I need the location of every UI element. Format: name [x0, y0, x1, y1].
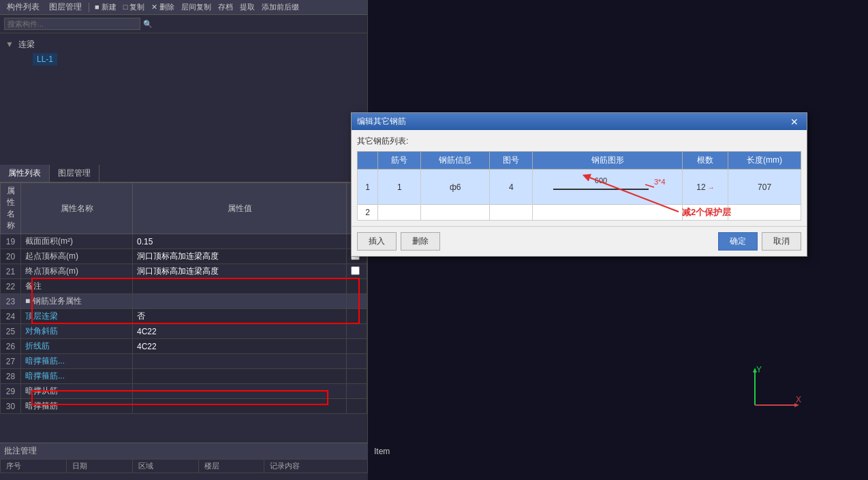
prop-row-attach [347, 294, 367, 309]
btn-floor-copy[interactable]: 层间复制 [179, 1, 214, 13]
batch-col-date: 日期 [66, 460, 132, 473]
btn-add-prefix[interactable]: 添加前后缀 [259, 1, 302, 13]
prop-attach-checkbox[interactable] [351, 266, 360, 275]
search-input[interactable] [4, 18, 140, 30]
batch-col-content: 记录内容 [264, 460, 368, 473]
prop-row-value: 4C22 [133, 339, 347, 354]
dialog-body: 其它钢筋列表: 筋号 钢筋信息 图号 钢筋图形 根数 长度(mm) 11ф646 [352, 130, 807, 226]
btn-new[interactable]: ■ 新建 [92, 1, 119, 13]
prop-row-name: 暗撑箍筋... [21, 369, 133, 384]
prop-row-num: 19 [1, 234, 21, 249]
prop-row-num: 22 [1, 279, 21, 294]
btn-save[interactable]: 存档 [215, 1, 236, 13]
item-label: Item [374, 447, 390, 456]
prop-tab-list[interactable]: 属性列表 [0, 165, 50, 182]
prop-table-container: 属性名称 属性名称 属性值 附加 19截面面积(m²)0.1520起点顶标高(m… [0, 182, 367, 414]
rebar-shape-svg: 6003*4 [546, 172, 669, 199]
tab-component-list[interactable]: 构件列表 [3, 0, 44, 14]
bottom-panel-title: 批注管理 [0, 443, 368, 459]
dialog-close-button[interactable]: ✕ [788, 116, 801, 127]
prop-row-num: 31 [1, 414, 21, 415]
dialog-cell-steelinfo: ф6 [421, 170, 490, 205]
prop-row-name: 顶层连梁 [21, 309, 133, 324]
dialog-cell-jinnum: 1 [378, 170, 421, 205]
col-name: 属性名称 [21, 183, 133, 234]
btn-copy[interactable]: □ 复制 [121, 1, 148, 13]
prop-row-attach [347, 399, 367, 414]
prop-row-name: 暗撑从筋 [21, 384, 133, 399]
dialog-table-row[interactable]: 2 [358, 205, 801, 221]
dialog-cell-shape: 6003*4 [533, 170, 683, 205]
col-value: 属性值 [133, 183, 347, 234]
prop-row-name: 暗撑 立筋 [21, 414, 133, 415]
prop-tab-layer[interactable]: 图层管理 [50, 165, 99, 182]
svg-text:Y: Y [756, 365, 762, 374]
prop-row-num: 30 [1, 399, 21, 414]
prop-row-name: 折线筋 [21, 339, 133, 354]
prop-row-num: 26 [1, 339, 21, 354]
dialog-title: 编辑其它钢筋 [357, 116, 406, 127]
insert-button[interactable]: 插入 [357, 232, 397, 251]
prop-row-value [133, 399, 347, 414]
prop-row-value [133, 354, 347, 369]
prop-row-num: 23 [1, 294, 21, 309]
cad-axes-svg: Y X [741, 364, 809, 419]
prop-row-value: 4C22 [133, 324, 347, 339]
dialog-subtitle: 其它钢筋列表: [357, 135, 801, 147]
svg-marker-1 [753, 368, 757, 372]
dialog-footer-left: 插入 删除 [357, 232, 440, 251]
dialog-cell-genshu [683, 205, 728, 221]
prop-row-name: 对角斜筋 [21, 324, 133, 339]
prop-row-name: ■ 钢筋业务属性 [21, 294, 133, 309]
col-jinnum-header: 筋号 [378, 152, 421, 170]
confirm-button[interactable]: 确定 [718, 232, 758, 251]
svg-text:600: 600 [595, 176, 607, 185]
prop-row-attach [347, 279, 367, 294]
separator [89, 3, 89, 12]
col-genshu-header: 根数 [683, 152, 728, 170]
prop-row-name: 起点顶标高(m) [21, 249, 133, 264]
prop-row-value: 0.15 [133, 234, 347, 249]
prop-row-attach [347, 384, 367, 399]
dialog-titlebar: 编辑其它钢筋 ✕ [352, 113, 807, 130]
prop-row-num: 28 [1, 369, 21, 384]
prop-row-num: 24 [1, 309, 21, 324]
col-tuhao-header: 图号 [490, 152, 533, 170]
dialog-table: 筋号 钢筋信息 图号 钢筋图形 根数 长度(mm) 11ф646003*412 … [357, 151, 801, 221]
prop-row-value [133, 279, 347, 294]
prop-row-name: 暗撑箍筋... [21, 354, 133, 369]
dialog-cell-steelinfo [421, 205, 490, 221]
prop-row-num: 21 [1, 264, 21, 279]
prop-row-attach [347, 309, 367, 324]
delete-button[interactable]: 删除 [401, 232, 440, 251]
tab-layer-manage[interactable]: 图层管理 [45, 0, 86, 14]
col-length-header: 长度(mm) [728, 152, 801, 170]
svg-text:3*4: 3*4 [654, 178, 666, 186]
tree-root-item[interactable]: ▼ 连梁 [5, 37, 362, 52]
prop-row-value [133, 414, 347, 415]
prop-row-value [133, 294, 347, 309]
edit-rebar-dialog[interactable]: 编辑其它钢筋 ✕ 其它钢筋列表: 筋号 钢筋信息 图号 钢筋图形 根数 长度(m… [351, 112, 807, 257]
col-steelinfo-header: 钢筋信息 [421, 152, 490, 170]
cancel-button[interactable]: 取消 [762, 232, 801, 251]
dialog-cell-seq: 2 [358, 205, 378, 221]
dialog-table-row[interactable]: 11ф646003*412 →707 [358, 170, 801, 205]
dialog-cell-seq: 1 [358, 170, 378, 205]
tree-child-item[interactable]: LL-1 [33, 53, 57, 65]
prop-table: 属性名称 属性名称 属性值 附加 19截面面积(m²)0.1520起点顶标高(m… [0, 182, 367, 414]
prop-row-name: 截面面积(m²) [21, 234, 133, 249]
prop-row-attach[interactable] [347, 264, 367, 279]
prop-row-value: 洞口顶标高加连梁高度 [133, 264, 347, 279]
btn-delete[interactable]: ✕ 删除 [149, 1, 177, 13]
prop-row-name: 终点顶标高(m) [21, 264, 133, 279]
btn-extract[interactable]: 提取 [237, 1, 258, 13]
batch-col-seq: 序号 [1, 460, 67, 473]
prop-row-num: 20 [1, 249, 21, 264]
tree-root-label: 连梁 [18, 39, 35, 49]
dialog-cell-length: 707 [728, 170, 801, 205]
batch-notes-table: 序号 日期 区域 楼层 记录内容 [0, 459, 368, 473]
prop-row-num: 27 [1, 354, 21, 369]
col-shape-header: 钢筋图形 [533, 152, 683, 170]
bottom-panel: 批注管理 序号 日期 区域 楼层 记录内容 [0, 443, 368, 480]
toolbar-tabs: 构件列表 图层管理 ■ 新建 □ 复制 ✕ 删除 层间复制 存档 提取 添加前后… [0, 0, 367, 15]
